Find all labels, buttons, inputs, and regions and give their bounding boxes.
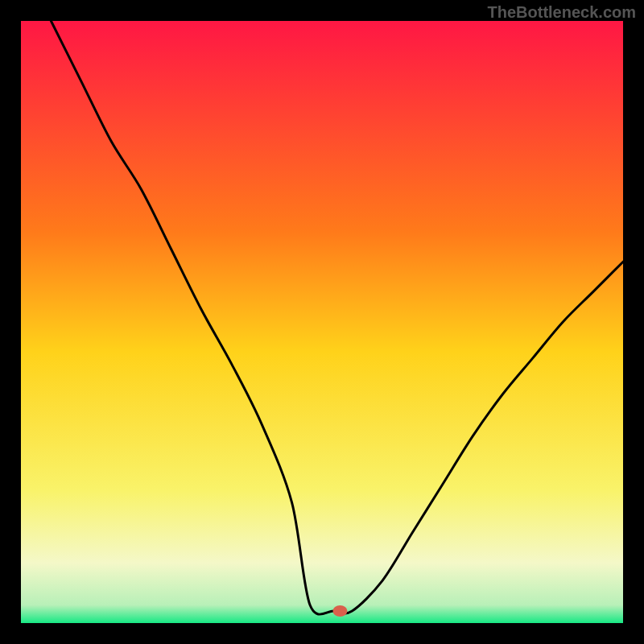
marker-point bbox=[332, 605, 347, 617]
chart-container bbox=[21, 21, 623, 623]
watermark-text: TheBottleneck.com bbox=[488, 3, 636, 22]
bottleneck-chart bbox=[21, 21, 623, 623]
chart-background bbox=[21, 21, 623, 623]
